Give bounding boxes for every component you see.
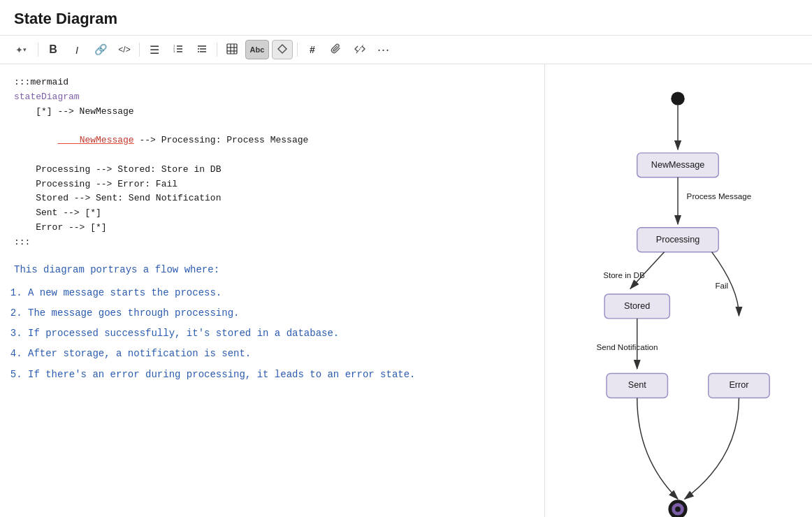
arrow-error-end bbox=[685, 398, 739, 500]
text-format-icon: Abc bbox=[250, 45, 265, 54]
separator-1 bbox=[38, 43, 38, 57]
italic-icon: I bbox=[75, 44, 78, 56]
diagram-pane: NewMessage Process Message Processing St… bbox=[545, 64, 811, 517]
toolbar: ✦ ▾ B I 🔗 </> ☰ 1 2 3 bbox=[0, 36, 812, 64]
block-button[interactable] bbox=[272, 40, 293, 59]
svg-text:Processing: Processing bbox=[656, 235, 699, 245]
state-error: Error bbox=[709, 374, 769, 398]
bullet-list-button[interactable]: ☰ bbox=[144, 40, 165, 59]
svg-rect-11 bbox=[227, 44, 237, 54]
block-icon bbox=[277, 43, 288, 57]
table-icon bbox=[226, 43, 238, 57]
state-stored: Stored bbox=[604, 294, 669, 319]
svg-text:Error: Error bbox=[729, 380, 748, 390]
link-icon: 🔗 bbox=[94, 43, 108, 56]
code-line-5: Processing --> Stored: Store in DB bbox=[14, 163, 530, 177]
label-store-in-db: Store in DB bbox=[603, 270, 645, 279]
page-title: State Diagram bbox=[14, 10, 798, 28]
separator-4 bbox=[297, 43, 298, 57]
italic-button[interactable]: I bbox=[66, 40, 87, 59]
ai-button[interactable]: ✦ ▾ bbox=[8, 40, 34, 59]
label-fail: Fail bbox=[715, 281, 728, 290]
heading-icon: # bbox=[310, 44, 315, 55]
chevron-down-icon: ▾ bbox=[23, 46, 27, 53]
text-format-button[interactable]: Abc bbox=[245, 40, 269, 59]
code-inline-icon: </> bbox=[118, 45, 130, 54]
label-process-message: Process Message bbox=[687, 191, 752, 201]
svg-text:Stored: Stored bbox=[624, 301, 650, 311]
start-node bbox=[671, 92, 684, 105]
ai-icon: ✦ bbox=[15, 45, 23, 55]
heading-button[interactable]: # bbox=[302, 40, 323, 59]
embed-icon bbox=[354, 43, 365, 57]
svg-text:3: 3 bbox=[173, 50, 175, 53]
title-bar: State Diagram bbox=[0, 0, 812, 36]
code-line-1: :::mermaid bbox=[14, 75, 530, 90]
svg-text:NewMessage: NewMessage bbox=[651, 160, 704, 170]
description: This diagram portrays a flow where: A ne… bbox=[14, 261, 530, 384]
state-sent: Sent bbox=[607, 374, 667, 398]
state-processing: Processing bbox=[637, 228, 719, 252]
editor-pane: :::mermaid stateDiagram [*] --> NewMessa… bbox=[0, 64, 545, 517]
description-item-3: If processed successfully, it's stored i… bbox=[28, 325, 530, 342]
bold-icon: B bbox=[49, 43, 57, 56]
description-item-5: If there's an error during processing, i… bbox=[28, 366, 530, 384]
attachment-icon bbox=[331, 43, 342, 57]
code-inline-button[interactable]: </> bbox=[114, 40, 135, 59]
arrow-sent-end bbox=[637, 398, 678, 500]
end-node-dot bbox=[675, 507, 681, 512]
code-block: :::mermaid stateDiagram [*] --> NewMessa… bbox=[14, 75, 530, 250]
bold-button[interactable]: B bbox=[43, 40, 64, 59]
code-line-2: stateDiagram bbox=[14, 90, 530, 105]
description-item-2: The message goes through processing. bbox=[28, 305, 530, 322]
state-newmessage: NewMessage bbox=[637, 153, 719, 177]
svg-text:Sent: Sent bbox=[628, 380, 646, 390]
code-line-7: Stored --> Sent: Send Notification bbox=[14, 191, 530, 206]
code-newmessage-ref: NewMessage bbox=[57, 135, 133, 145]
indent-list-button[interactable] bbox=[191, 40, 212, 59]
more-icon: ··· bbox=[377, 43, 390, 57]
embed-button[interactable] bbox=[349, 40, 370, 59]
description-intro: This diagram portrays a flow where: bbox=[14, 261, 530, 279]
separator-2 bbox=[139, 43, 140, 57]
code-line-6: Processing --> Error: Fail bbox=[14, 177, 530, 192]
ordered-list-button[interactable]: 1 2 3 bbox=[168, 40, 189, 59]
indent-list-icon bbox=[196, 43, 208, 57]
state-diagram-svg: NewMessage Process Message Processing St… bbox=[559, 78, 797, 517]
attachment-button[interactable] bbox=[326, 40, 347, 59]
table-button[interactable] bbox=[222, 40, 242, 59]
bullet-list-icon: ☰ bbox=[150, 43, 159, 57]
link-button[interactable]: 🔗 bbox=[90, 40, 111, 59]
description-item-4: After storage, a notification is sent. bbox=[28, 345, 530, 363]
ordered-list-icon: 1 2 3 bbox=[173, 43, 184, 57]
label-send-notification: Send Notification bbox=[596, 342, 658, 351]
code-line-10: ::: bbox=[14, 235, 530, 250]
separator-3 bbox=[217, 43, 217, 57]
code-line-9: Error --> [*] bbox=[14, 221, 530, 235]
more-button[interactable]: ··· bbox=[373, 40, 394, 59]
code-line-4: NewMessage --> Processing: Process Messa… bbox=[14, 119, 530, 162]
main-content: :::mermaid stateDiagram [*] --> NewMessa… bbox=[0, 64, 812, 517]
description-list: A new message starts the process. The me… bbox=[28, 284, 530, 384]
code-line-8: Sent --> [*] bbox=[14, 206, 530, 221]
code-line-3: [*] --> NewMessage bbox=[14, 105, 530, 119]
description-item-1: A new message starts the process. bbox=[28, 284, 530, 302]
